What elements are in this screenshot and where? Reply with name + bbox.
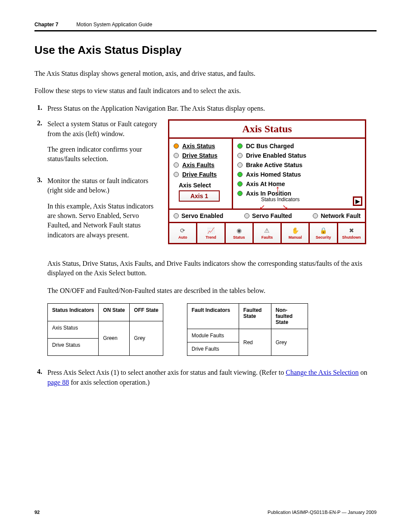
table1-on: Green bbox=[99, 321, 130, 356]
axis-status-panel: Axis Status Axis Status Drive Status Axi… bbox=[168, 119, 366, 244]
table2-h3: Non-faultedState bbox=[271, 304, 308, 329]
panel-title: Axis Status bbox=[169, 121, 365, 139]
network-fault: Network Fault bbox=[313, 212, 361, 219]
mid-text: Axis Status, Drive Status, Axis Faults, … bbox=[47, 259, 377, 296]
step-4-text: Press Axis Select Axis (1) to select ano… bbox=[47, 368, 377, 387]
servo-faulted: Servo Faulted bbox=[244, 212, 292, 219]
indicator-icon bbox=[237, 153, 243, 158]
step-3-p1: Monitor the status or fault indicators (… bbox=[47, 176, 159, 196]
indicator-icon bbox=[237, 143, 243, 149]
page-88-link[interactable]: page 88 bbox=[47, 379, 69, 386]
step-2-number: 2. bbox=[34, 119, 42, 170]
page-title: Use the Axis Status Display bbox=[34, 44, 377, 57]
indicator-icon bbox=[313, 213, 318, 218]
axis-select-button[interactable]: Axis 1 bbox=[179, 190, 220, 202]
step-group-2-3: 2. Select a system Status or Fault categ… bbox=[34, 119, 377, 246]
security-icon: 🔒 bbox=[320, 227, 327, 235]
steps-continued: 4. Press Axis Select Axis (1) to select … bbox=[34, 368, 377, 387]
panel-left-column: Axis Status Drive Status Axis Faults Dri… bbox=[169, 139, 233, 208]
axis-homed-status: Axis Homed Status bbox=[233, 170, 365, 179]
tables-row: Status Indicators ON State OFF State Axi… bbox=[47, 303, 377, 356]
mid-p2: The ON/OFF and Faulted/Non-Faulted state… bbox=[47, 286, 377, 296]
step-1-text: Press Status on the Application Navigati… bbox=[47, 104, 377, 113]
table2-h1: Fault Indicators bbox=[187, 304, 239, 329]
panel-right-column: DC Bus Charged Drive Enabled Status Brak… bbox=[233, 139, 365, 208]
step-1-number: 1. bbox=[34, 104, 42, 113]
step-2-p1: Select a system Status or Fault category… bbox=[47, 119, 159, 139]
next-page-button[interactable] bbox=[353, 196, 362, 206]
nav-faults[interactable]: ⚠Faults bbox=[254, 223, 282, 243]
indicator-icon bbox=[237, 191, 243, 196]
step-3-number: 3. bbox=[34, 176, 42, 246]
nav-security[interactable]: 🔒Security bbox=[310, 223, 338, 243]
indicator-icon bbox=[174, 162, 179, 168]
steps-list: 1. Press Status on the Application Navig… bbox=[34, 104, 377, 246]
axis-select-label: Axis Select bbox=[169, 179, 232, 190]
table1-h2: ON State bbox=[99, 304, 130, 321]
nav-shutdown[interactable]: ✖Shutdown bbox=[338, 223, 365, 243]
arrow-icons: ↙↘ bbox=[259, 203, 288, 211]
manual-icon: ✋ bbox=[292, 227, 299, 235]
indicator-icon bbox=[237, 181, 243, 187]
table2-r2c1: Drive Faults bbox=[187, 342, 239, 356]
status-indicators-callout: Status Indicators bbox=[261, 196, 299, 202]
step-1: 1. Press Status on the Application Navig… bbox=[34, 104, 377, 113]
indicator-icon bbox=[174, 143, 179, 149]
status-icon: ◉ bbox=[237, 227, 242, 235]
table2-h2: FaultedState bbox=[239, 304, 271, 329]
brake-active-status: Brake Active Status bbox=[233, 160, 365, 170]
indicator-icon bbox=[237, 172, 243, 177]
intro-paragraph-2: Follow these steps to view status and fa… bbox=[34, 86, 377, 96]
servo-enabled: Servo Enabled bbox=[174, 212, 223, 219]
table2-nonfaulted: Grey bbox=[271, 329, 308, 356]
status-indicators-table: Status Indicators ON State OFF State Axi… bbox=[47, 303, 163, 356]
step-2-p2: The green indicator confirms your status… bbox=[47, 145, 159, 164]
step-4-number: 4. bbox=[34, 368, 42, 387]
servo-row: ↙↘ Servo Enabled Servo Faulted Network F… bbox=[169, 210, 365, 223]
arrow-up-icon: ↑ bbox=[275, 184, 280, 194]
shutdown-icon: ✖ bbox=[349, 227, 354, 235]
running-header: Chapter 7 Motion System Application Guid… bbox=[34, 22, 377, 31]
header-title: Motion System Application Guide bbox=[76, 22, 152, 28]
dc-bus-charged: DC Bus Charged bbox=[233, 141, 365, 151]
nav-trend[interactable]: 📈Trend bbox=[197, 223, 225, 243]
auto-icon: ⟳ bbox=[180, 227, 185, 235]
nav-manual[interactable]: ✋Manual bbox=[282, 223, 310, 243]
nav-auto[interactable]: ⟳Auto bbox=[169, 223, 197, 243]
step-4: 4. Press Axis Select Axis (1) to select … bbox=[34, 368, 377, 387]
table1-off: Grey bbox=[130, 321, 163, 356]
table1-h1: Status Indicators bbox=[48, 304, 99, 321]
drive-faults-item[interactable]: Drive Faults bbox=[169, 170, 232, 179]
change-axis-selection-link[interactable]: Change the Axis Selection bbox=[286, 369, 358, 376]
drive-enabled-status: Drive Enabled Status bbox=[233, 151, 365, 160]
table1-h3: OFF State bbox=[130, 304, 163, 321]
table1-r2c1: Drive Status bbox=[48, 338, 99, 355]
chapter-label: Chapter 7 bbox=[34, 22, 58, 28]
mid-p1: Axis Status, Drive Status, Axis Faults, … bbox=[47, 259, 377, 278]
fault-indicators-table: Fault Indicators FaultedState Non-faulte… bbox=[187, 303, 308, 356]
step-3-p2: In this example, Axis Status indicators … bbox=[47, 202, 159, 240]
indicator-icon bbox=[174, 153, 179, 158]
indicator-icon bbox=[244, 213, 249, 218]
table2-r1c1: Module Faults bbox=[187, 329, 239, 342]
axis-faults-item[interactable]: Axis Faults bbox=[169, 160, 232, 170]
nav-status[interactable]: ◉Status bbox=[226, 223, 254, 243]
indicator-icon bbox=[174, 213, 179, 218]
intro-paragraph-1: The Axis Status display shows general mo… bbox=[34, 69, 377, 78]
table1-r1c1: Axis Status bbox=[48, 321, 99, 338]
faults-icon: ⚠ bbox=[264, 227, 270, 235]
trend-icon: 📈 bbox=[207, 227, 215, 235]
axis-at-home: Axis At Home bbox=[233, 179, 365, 189]
drive-status-item[interactable]: Drive Status bbox=[169, 151, 232, 160]
app-navigation-bar: ⟳Auto 📈Trend ◉Status ⚠Faults ✋Manual 🔒Se… bbox=[169, 223, 365, 243]
axis-status-item[interactable]: Axis Status bbox=[169, 141, 232, 151]
indicator-icon bbox=[237, 162, 243, 168]
table2-faulted: Red bbox=[239, 329, 271, 356]
indicator-icon bbox=[174, 172, 179, 177]
